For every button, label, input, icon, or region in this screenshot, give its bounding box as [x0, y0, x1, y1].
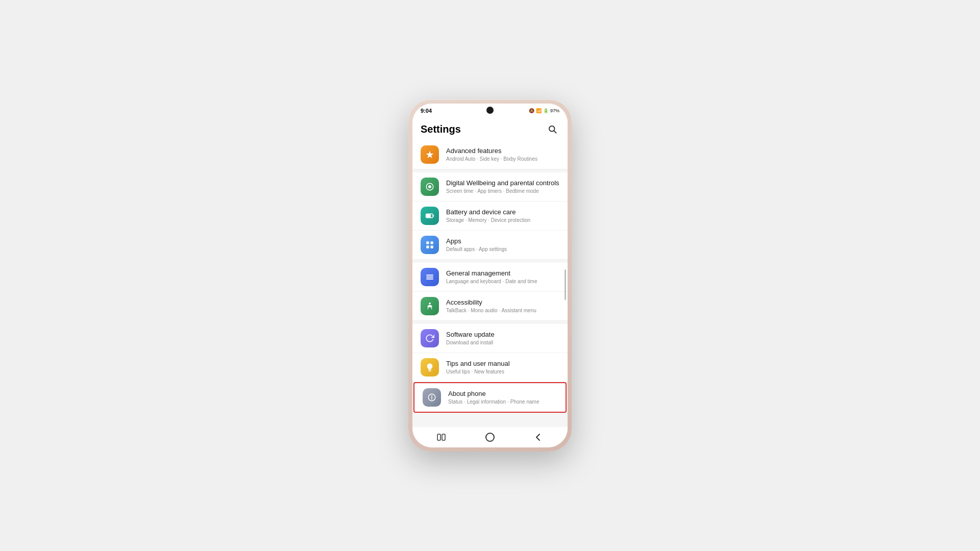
mute-icon: 🔕 — [529, 108, 534, 113]
about-phone-subtitle: Status · Legal information · Phone name — [448, 398, 557, 405]
camera-cutout — [486, 107, 494, 114]
home-circle-icon — [485, 433, 495, 442]
back-icon — [535, 433, 542, 441]
settings-item-software-update[interactable]: Software update Download and install — [412, 324, 568, 353]
settings-list: Advanced features Android Auto · Side ke… — [412, 140, 568, 427]
apps-icon — [421, 236, 439, 254]
svg-rect-20 — [442, 434, 445, 440]
page-title: Settings — [421, 123, 461, 135]
general-management-subtitle: Language and keyboard · Date and time — [446, 278, 559, 285]
software-update-title: Software update — [446, 331, 559, 339]
search-button[interactable] — [545, 122, 559, 136]
settings-item-battery[interactable]: Battery and device care Storage · Memory… — [412, 202, 568, 231]
accessibility-icon — [421, 297, 439, 315]
digital-wellbeing-subtitle: Screen time · App timers · Bedtime mode — [446, 188, 559, 194]
tips-icon — [421, 358, 439, 377]
apps-title: Apps — [446, 237, 559, 246]
accessibility-text: Accessibility TalkBack · Mono audio · As… — [446, 298, 559, 314]
svg-rect-14 — [428, 370, 431, 371]
signal-icon: 📶 — [536, 108, 542, 113]
general-management-icon — [421, 268, 439, 286]
svg-rect-9 — [431, 246, 433, 248]
svg-rect-6 — [426, 241, 429, 244]
about-phone-title: About phone — [448, 390, 557, 398]
search-icon — [548, 124, 557, 134]
settings-item-digital-wellbeing[interactable]: Digital Wellbeing and parental controls … — [412, 172, 568, 202]
apps-subtitle: Default apps · App settings — [446, 246, 559, 253]
home-button[interactable] — [482, 430, 498, 445]
recent-apps-icon — [437, 434, 446, 441]
apps-text: Apps Default apps · App settings — [446, 237, 559, 253]
svg-rect-5 — [427, 215, 431, 217]
scroll-indicator — [565, 269, 566, 300]
about-phone-text: About phone Status · Legal information ·… — [448, 390, 557, 406]
svg-rect-15 — [429, 371, 431, 371]
settings-item-about-phone[interactable]: About phone Status · Legal information ·… — [413, 382, 567, 413]
advanced-features-subtitle: Android Auto · Side key · Bixby Routines — [446, 156, 559, 162]
svg-rect-8 — [426, 246, 429, 248]
battery-icon-item — [421, 207, 439, 225]
svg-line-1 — [554, 131, 556, 133]
tips-text: Tips and user manual Useful tips · New f… — [446, 360, 559, 375]
battery-title: Battery and device care — [446, 208, 559, 217]
settings-item-apps[interactable]: Apps Default apps · App settings — [412, 231, 568, 260]
settings-item-advanced-features[interactable]: Advanced features Android Auto · Side ke… — [412, 140, 568, 169]
status-time: 9:04 — [421, 108, 432, 114]
general-management-text: General management Language and keyboard… — [446, 269, 559, 285]
recent-apps-button[interactable] — [434, 430, 449, 445]
advanced-features-text: Advanced features Android Auto · Side ke… — [446, 147, 559, 163]
digital-wellbeing-text: Digital Wellbeing and parental controls … — [446, 179, 559, 195]
app-header: Settings — [412, 118, 568, 140]
about-phone-icon — [423, 388, 441, 407]
back-button[interactable] — [531, 430, 546, 445]
software-update-icon — [421, 329, 439, 347]
digital-wellbeing-icon — [421, 178, 439, 196]
phone-device: 9:04 🔕 📶 🔋 97% Settings — [408, 99, 572, 452]
software-update-text: Software update Download and install — [446, 331, 559, 346]
settings-item-general-management[interactable]: General management Language and keyboard… — [412, 263, 568, 292]
battery-percent: 97% — [550, 108, 559, 113]
navigation-bar — [412, 427, 568, 447]
battery-subtitle: Storage · Memory · Device protection — [446, 217, 559, 223]
battery-text: Battery and device care Storage · Memory… — [446, 208, 559, 224]
settings-item-accessibility[interactable]: Accessibility TalkBack · Mono audio · As… — [412, 292, 568, 321]
tips-title: Tips and user manual — [446, 360, 559, 368]
advanced-features-title: Advanced features — [446, 147, 559, 156]
accessibility-title: Accessibility — [446, 298, 559, 307]
accessibility-subtitle: TalkBack · Mono audio · Assistant menu — [446, 307, 559, 314]
general-management-title: General management — [446, 269, 559, 278]
software-update-subtitle: Download and install — [446, 339, 559, 346]
tips-subtitle: Useful tips · New features — [446, 368, 559, 375]
digital-wellbeing-title: Digital Wellbeing and parental controls — [446, 179, 559, 188]
svg-point-3 — [428, 185, 431, 188]
settings-item-tips[interactable]: Tips and user manual Useful tips · New f… — [412, 353, 568, 382]
svg-point-13 — [429, 303, 431, 305]
battery-icon: 🔋 — [543, 108, 549, 113]
svg-rect-7 — [431, 241, 433, 244]
advanced-features-icon — [421, 145, 439, 164]
status-bar: 9:04 🔕 📶 🔋 97% — [412, 104, 568, 118]
svg-rect-19 — [437, 434, 440, 440]
phone-screen: 9:04 🔕 📶 🔋 97% Settings — [412, 104, 568, 447]
status-icons: 🔕 📶 🔋 97% — [529, 108, 559, 113]
